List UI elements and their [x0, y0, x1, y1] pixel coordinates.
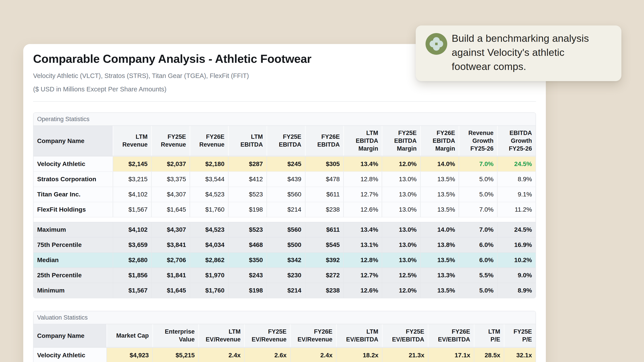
- value-cell[interactable]: $392: [305, 253, 344, 268]
- value-cell[interactable]: 13.0%: [382, 222, 420, 237]
- value-cell[interactable]: $4,523: [190, 187, 228, 202]
- value-cell[interactable]: 7.0%: [459, 222, 497, 237]
- value-cell[interactable]: $523: [228, 222, 266, 237]
- value-cell[interactable]: 12.8%: [343, 253, 382, 268]
- value-cell[interactable]: $500: [266, 238, 305, 252]
- company-name-cell[interactable]: Minimum: [34, 283, 113, 298]
- value-cell[interactable]: 28.5x: [474, 348, 504, 362]
- value-cell[interactable]: 10.2%: [497, 253, 536, 268]
- value-cell[interactable]: $611: [305, 222, 344, 237]
- value-cell[interactable]: $2,862: [190, 253, 228, 268]
- value-cell[interactable]: $214: [266, 283, 305, 298]
- value-cell[interactable]: 18.2x: [336, 348, 382, 362]
- table-row[interactable]: Titan Gear Inc.$4,102$4,307$4,523$523$56…: [34, 187, 536, 202]
- company-name-cell[interactable]: 75th Percentile: [34, 238, 113, 252]
- summary-row[interactable]: Median$2,680$2,706$2,862$350$342$39212.8…: [34, 252, 536, 268]
- value-cell[interactable]: $3,215: [113, 172, 151, 187]
- value-cell[interactable]: $1,567: [113, 283, 151, 298]
- value-cell[interactable]: $272: [305, 268, 344, 283]
- value-cell[interactable]: $2,180: [190, 157, 228, 171]
- value-cell[interactable]: $4,923: [106, 348, 152, 362]
- value-cell[interactable]: $4,307: [151, 222, 190, 237]
- company-name-cell[interactable]: Titan Gear Inc.: [34, 187, 113, 202]
- value-cell[interactable]: $545: [305, 238, 344, 252]
- value-cell[interactable]: 13.4%: [343, 157, 382, 171]
- value-cell[interactable]: 14.0%: [420, 157, 459, 171]
- value-cell[interactable]: $230: [266, 268, 305, 283]
- value-cell[interactable]: 12.6%: [343, 202, 382, 217]
- company-name-cell[interactable]: 25th Percentile: [34, 268, 113, 283]
- company-name-cell[interactable]: Velocity Athletic: [34, 157, 113, 171]
- value-cell[interactable]: $3,544: [190, 172, 228, 187]
- company-name-cell[interactable]: Maximum: [34, 222, 113, 237]
- value-cell[interactable]: 13.0%: [382, 202, 420, 217]
- value-cell[interactable]: 11.2%: [497, 202, 536, 217]
- value-cell[interactable]: 13.8%: [420, 238, 459, 252]
- value-cell[interactable]: 16.9%: [497, 238, 536, 252]
- summary-row[interactable]: Maximum$4,102$4,307$4,523$523$560$61113.…: [34, 222, 536, 237]
- company-name-cell[interactable]: Median: [34, 253, 113, 268]
- company-name-cell[interactable]: FlexFit Holdings: [34, 202, 113, 217]
- value-cell[interactable]: 13.5%: [420, 187, 459, 202]
- value-cell[interactable]: 24.5%: [497, 157, 536, 171]
- value-cell[interactable]: $238: [305, 202, 344, 217]
- value-cell[interactable]: $214: [266, 202, 305, 217]
- value-cell[interactable]: 12.0%: [382, 157, 420, 171]
- company-name-cell[interactable]: Velocity Athletic: [34, 348, 106, 362]
- value-cell[interactable]: 13.0%: [382, 187, 420, 202]
- value-cell[interactable]: $5,215: [152, 348, 198, 362]
- summary-row[interactable]: 75th Percentile$3,659$3,841$4,034$468$50…: [34, 237, 536, 252]
- value-cell[interactable]: $305: [305, 157, 344, 171]
- value-cell[interactable]: $4,034: [190, 238, 228, 252]
- value-cell[interactable]: $243: [228, 268, 266, 283]
- value-cell[interactable]: 13.0%: [382, 172, 420, 187]
- value-cell[interactable]: 9.0%: [497, 268, 536, 283]
- value-cell[interactable]: $523: [228, 187, 266, 202]
- value-cell[interactable]: 5.0%: [459, 283, 497, 298]
- value-cell[interactable]: $342: [266, 253, 305, 268]
- value-cell[interactable]: $1,567: [113, 202, 151, 217]
- summary-row[interactable]: Minimum$1,567$1,645$1,760$198$214$23812.…: [34, 283, 536, 298]
- value-cell[interactable]: $287: [228, 157, 266, 171]
- value-cell[interactable]: $2,037: [151, 157, 190, 171]
- value-cell[interactable]: 7.0%: [459, 157, 497, 171]
- value-cell[interactable]: $1,760: [190, 283, 228, 298]
- summary-row[interactable]: 25th Percentile$1,856$1,841$1,970$243$23…: [34, 268, 536, 283]
- value-cell[interactable]: 13.4%: [343, 222, 382, 237]
- value-cell[interactable]: $4,523: [190, 222, 228, 237]
- value-cell[interactable]: 12.7%: [343, 268, 382, 283]
- value-cell[interactable]: 12.6%: [343, 283, 382, 298]
- table-row[interactable]: Velocity Athletic$4,923$5,2152.4x2.6x2.4…: [34, 348, 536, 362]
- value-cell[interactable]: 21.3x: [382, 348, 428, 362]
- value-cell[interactable]: $198: [228, 202, 266, 217]
- value-cell[interactable]: 12.0%: [382, 283, 420, 298]
- value-cell[interactable]: $238: [305, 283, 344, 298]
- value-cell[interactable]: 8.9%: [497, 283, 536, 298]
- value-cell[interactable]: $2,145: [113, 157, 151, 171]
- value-cell[interactable]: 32.1x: [504, 348, 536, 362]
- table-row[interactable]: Velocity Athletic$2,145$2,037$2,180$287$…: [34, 156, 536, 171]
- value-cell[interactable]: $350: [228, 253, 266, 268]
- value-cell[interactable]: $245: [266, 157, 305, 171]
- value-cell[interactable]: $560: [266, 187, 305, 202]
- value-cell[interactable]: 12.7%: [343, 187, 382, 202]
- value-cell[interactable]: $1,760: [190, 202, 228, 217]
- value-cell[interactable]: 14.0%: [420, 222, 459, 237]
- value-cell[interactable]: $4,307: [151, 187, 190, 202]
- value-cell[interactable]: 2.4x: [290, 348, 336, 362]
- value-cell[interactable]: 2.4x: [198, 348, 244, 362]
- value-cell[interactable]: $4,102: [113, 187, 151, 202]
- value-cell[interactable]: $2,706: [151, 253, 190, 268]
- company-name-cell[interactable]: Stratos Corporation: [34, 172, 113, 187]
- value-cell[interactable]: 13.3%: [420, 268, 459, 283]
- value-cell[interactable]: $439: [266, 172, 305, 187]
- table-row[interactable]: FlexFit Holdings$1,567$1,645$1,760$198$2…: [34, 202, 536, 217]
- value-cell[interactable]: $478: [305, 172, 344, 187]
- value-cell[interactable]: $4,102: [113, 222, 151, 237]
- value-cell[interactable]: $468: [228, 238, 266, 252]
- value-cell[interactable]: $611: [305, 187, 344, 202]
- value-cell[interactable]: 5.0%: [459, 172, 497, 187]
- value-cell[interactable]: 6.0%: [459, 253, 497, 268]
- value-cell[interactable]: $560: [266, 222, 305, 237]
- value-cell[interactable]: $1,645: [151, 202, 190, 217]
